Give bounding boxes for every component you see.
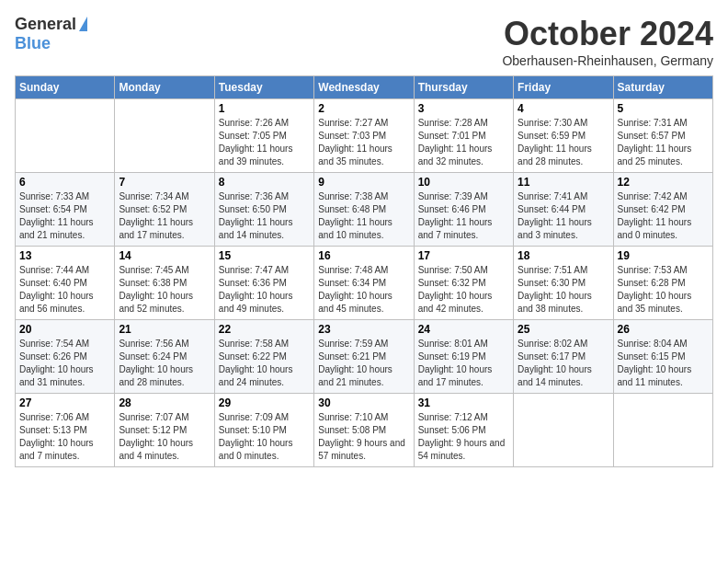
weekday-saturday: Saturday	[613, 76, 712, 99]
day-number: 19	[618, 249, 709, 262]
day-info: Sunrise: 7:45 AM Sunset: 6:38 PM Dayligh…	[119, 264, 210, 316]
title-block: October 2024 Oberhausen-Rheinhausen, Ger…	[502, 15, 713, 68]
day-info: Sunrise: 7:28 AM Sunset: 7:01 PM Dayligh…	[418, 117, 509, 168]
day-info: Sunrise: 7:44 AM Sunset: 6:40 PM Dayligh…	[19, 264, 110, 316]
calendar-cell: 26Sunrise: 8:04 AM Sunset: 6:15 PM Dayli…	[613, 320, 712, 394]
calendar-cell: 25Sunrise: 8:02 AM Sunset: 6:17 PM Dayli…	[514, 320, 613, 394]
calendar-cell: 8Sunrise: 7:36 AM Sunset: 6:50 PM Daylig…	[214, 173, 313, 247]
calendar-cell: 14Sunrise: 7:45 AM Sunset: 6:38 PM Dayli…	[115, 247, 214, 320]
day-info: Sunrise: 7:31 AM Sunset: 6:57 PM Dayligh…	[618, 117, 709, 168]
calendar-week-row: 20Sunrise: 7:54 AM Sunset: 6:26 PM Dayli…	[16, 320, 713, 394]
day-number: 11	[518, 176, 609, 189]
calendar-cell: 10Sunrise: 7:39 AM Sunset: 6:46 PM Dayli…	[414, 173, 513, 247]
day-number: 3	[418, 102, 509, 115]
calendar-cell	[115, 99, 214, 173]
calendar-cell: 28Sunrise: 7:07 AM Sunset: 5:12 PM Dayli…	[115, 394, 214, 467]
day-info: Sunrise: 7:26 AM Sunset: 7:05 PM Dayligh…	[219, 117, 310, 168]
calendar-week-row: 27Sunrise: 7:06 AM Sunset: 5:13 PM Dayli…	[16, 394, 713, 467]
day-number: 16	[318, 249, 409, 262]
calendar-cell: 13Sunrise: 7:44 AM Sunset: 6:40 PM Dayli…	[16, 247, 115, 320]
day-number: 8	[219, 176, 310, 189]
day-number: 31	[418, 396, 509, 409]
calendar-cell: 31Sunrise: 7:12 AM Sunset: 5:06 PM Dayli…	[414, 394, 513, 467]
day-info: Sunrise: 7:51 AM Sunset: 6:30 PM Dayligh…	[518, 264, 609, 316]
page-header: General Blue October 2024 Oberhausen-Rhe…	[15, 15, 713, 68]
weekday-monday: Monday	[115, 76, 214, 99]
calendar-cell: 20Sunrise: 7:54 AM Sunset: 6:26 PM Dayli…	[16, 320, 115, 394]
location-text: Oberhausen-Rheinhausen, Germany	[502, 53, 713, 68]
calendar-cell: 29Sunrise: 7:09 AM Sunset: 5:10 PM Dayli…	[214, 394, 313, 467]
day-info: Sunrise: 7:41 AM Sunset: 6:44 PM Dayligh…	[518, 190, 609, 242]
calendar-cell: 23Sunrise: 7:59 AM Sunset: 6:21 PM Dayli…	[314, 320, 414, 394]
day-number: 6	[19, 176, 110, 189]
day-number: 1	[219, 102, 310, 115]
day-info: Sunrise: 8:01 AM Sunset: 6:19 PM Dayligh…	[418, 338, 509, 389]
day-number: 22	[219, 323, 310, 336]
day-number: 23	[318, 323, 409, 336]
calendar-body: 1Sunrise: 7:26 AM Sunset: 7:05 PM Daylig…	[16, 99, 713, 467]
calendar-cell: 17Sunrise: 7:50 AM Sunset: 6:32 PM Dayli…	[414, 247, 513, 320]
weekday-wednesday: Wednesday	[314, 76, 414, 99]
calendar-cell: 7Sunrise: 7:34 AM Sunset: 6:52 PM Daylig…	[115, 173, 214, 247]
calendar-cell	[613, 394, 712, 467]
calendar-cell: 4Sunrise: 7:30 AM Sunset: 6:59 PM Daylig…	[514, 99, 613, 173]
day-number: 21	[119, 323, 210, 336]
calendar-cell: 24Sunrise: 8:01 AM Sunset: 6:19 PM Dayli…	[414, 320, 513, 394]
day-number: 20	[19, 323, 110, 336]
day-number: 9	[318, 176, 409, 189]
day-info: Sunrise: 7:34 AM Sunset: 6:52 PM Dayligh…	[119, 190, 210, 242]
day-info: Sunrise: 7:27 AM Sunset: 7:03 PM Dayligh…	[318, 117, 409, 168]
calendar-cell: 19Sunrise: 7:53 AM Sunset: 6:28 PM Dayli…	[613, 247, 712, 320]
calendar-cell: 11Sunrise: 7:41 AM Sunset: 6:44 PM Dayli…	[514, 173, 613, 247]
day-info: Sunrise: 7:39 AM Sunset: 6:46 PM Dayligh…	[418, 190, 509, 242]
day-info: Sunrise: 7:59 AM Sunset: 6:21 PM Dayligh…	[318, 338, 409, 389]
calendar-table: SundayMondayTuesdayWednesdayThursdayFrid…	[15, 75, 713, 467]
day-info: Sunrise: 7:53 AM Sunset: 6:28 PM Dayligh…	[618, 264, 709, 316]
day-number: 15	[219, 249, 310, 262]
calendar-cell: 12Sunrise: 7:42 AM Sunset: 6:42 PM Dayli…	[613, 173, 712, 247]
logo-blue-text: Blue	[15, 34, 51, 53]
day-number: 30	[318, 396, 409, 409]
calendar-cell: 15Sunrise: 7:47 AM Sunset: 6:36 PM Dayli…	[214, 247, 313, 320]
day-number: 26	[618, 323, 709, 336]
day-info: Sunrise: 7:50 AM Sunset: 6:32 PM Dayligh…	[418, 264, 509, 316]
calendar-cell: 22Sunrise: 7:58 AM Sunset: 6:22 PM Dayli…	[214, 320, 313, 394]
day-info: Sunrise: 7:33 AM Sunset: 6:54 PM Dayligh…	[19, 190, 110, 242]
day-number: 18	[518, 249, 609, 262]
day-info: Sunrise: 7:48 AM Sunset: 6:34 PM Dayligh…	[318, 264, 409, 316]
day-number: 5	[618, 102, 709, 115]
day-info: Sunrise: 7:36 AM Sunset: 6:50 PM Dayligh…	[219, 190, 310, 242]
calendar-cell: 30Sunrise: 7:10 AM Sunset: 5:08 PM Dayli…	[314, 394, 414, 467]
day-info: Sunrise: 7:56 AM Sunset: 6:24 PM Dayligh…	[119, 338, 210, 389]
logo: General Blue	[15, 15, 87, 53]
weekday-sunday: Sunday	[16, 76, 115, 99]
day-info: Sunrise: 8:02 AM Sunset: 6:17 PM Dayligh…	[518, 338, 609, 389]
day-number: 12	[618, 176, 709, 189]
day-number: 27	[19, 396, 110, 409]
day-info: Sunrise: 7:12 AM Sunset: 5:06 PM Dayligh…	[418, 411, 509, 463]
calendar-week-row: 6Sunrise: 7:33 AM Sunset: 6:54 PM Daylig…	[16, 173, 713, 247]
calendar-cell: 6Sunrise: 7:33 AM Sunset: 6:54 PM Daylig…	[16, 173, 115, 247]
day-number: 25	[518, 323, 609, 336]
day-number: 28	[119, 396, 210, 409]
calendar-cell: 3Sunrise: 7:28 AM Sunset: 7:01 PM Daylig…	[414, 99, 513, 173]
day-info: Sunrise: 7:10 AM Sunset: 5:08 PM Dayligh…	[318, 411, 409, 463]
day-info: Sunrise: 7:38 AM Sunset: 6:48 PM Dayligh…	[318, 190, 409, 242]
month-title: October 2024	[502, 15, 713, 53]
weekday-header-row: SundayMondayTuesdayWednesdayThursdayFrid…	[16, 76, 713, 99]
day-number: 14	[119, 249, 210, 262]
day-number: 29	[219, 396, 310, 409]
weekday-friday: Friday	[514, 76, 613, 99]
day-info: Sunrise: 7:06 AM Sunset: 5:13 PM Dayligh…	[19, 411, 110, 463]
calendar-cell	[16, 99, 115, 173]
calendar-cell: 21Sunrise: 7:56 AM Sunset: 6:24 PM Dayli…	[115, 320, 214, 394]
calendar-cell: 16Sunrise: 7:48 AM Sunset: 6:34 PM Dayli…	[314, 247, 414, 320]
day-number: 13	[19, 249, 110, 262]
calendar-cell	[514, 394, 613, 467]
day-info: Sunrise: 7:58 AM Sunset: 6:22 PM Dayligh…	[219, 338, 310, 389]
day-number: 7	[119, 176, 210, 189]
logo-general-text: General	[15, 15, 76, 34]
calendar-cell: 5Sunrise: 7:31 AM Sunset: 6:57 PM Daylig…	[613, 99, 712, 173]
calendar-cell: 2Sunrise: 7:27 AM Sunset: 7:03 PM Daylig…	[314, 99, 414, 173]
calendar-cell: 1Sunrise: 7:26 AM Sunset: 7:05 PM Daylig…	[214, 99, 313, 173]
